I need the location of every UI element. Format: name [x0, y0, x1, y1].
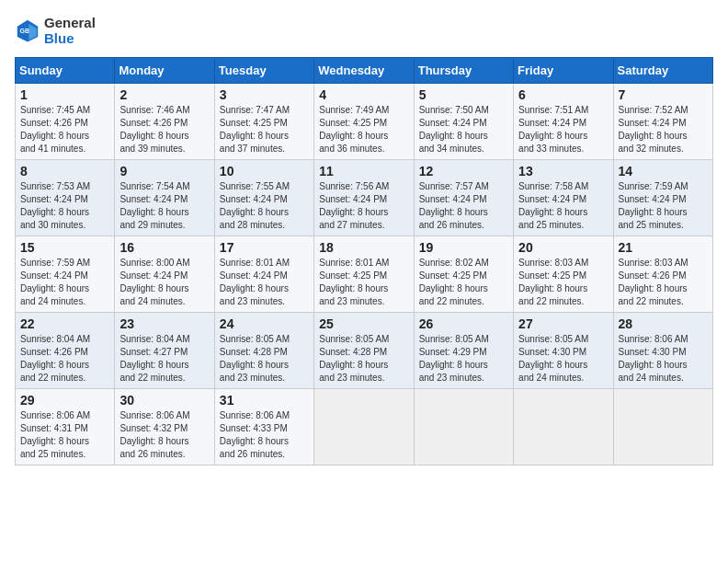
calendar-cell: 26Sunrise: 8:05 AM Sunset: 4:29 PM Dayli…	[414, 313, 513, 389]
weekday-header: Sunday	[16, 58, 115, 84]
logo: GB General Blue	[15, 15, 96, 46]
day-number: 3	[220, 87, 309, 102]
day-info: Sunrise: 7:46 AM Sunset: 4:26 PM Dayligh…	[119, 104, 209, 155]
day-info: Sunrise: 8:00 AM Sunset: 4:24 PM Dayligh…	[119, 257, 209, 308]
day-number: 10	[220, 164, 309, 178]
day-number: 2	[119, 87, 209, 102]
day-number: 18	[319, 240, 408, 255]
day-number: 7	[619, 87, 708, 102]
calendar-cell: 1Sunrise: 7:45 AM Sunset: 4:26 PM Daylig…	[16, 84, 115, 160]
logo-icon: GB	[15, 17, 40, 43]
weekday-header: Friday	[514, 58, 613, 84]
day-info: Sunrise: 8:01 AM Sunset: 4:25 PM Dayligh…	[319, 257, 408, 308]
day-info: Sunrise: 7:49 AM Sunset: 4:25 PM Dayligh…	[319, 104, 408, 155]
day-info: Sunrise: 8:06 AM Sunset: 4:33 PM Dayligh…	[220, 409, 309, 461]
day-number: 6	[518, 87, 608, 102]
day-info: Sunrise: 8:04 AM Sunset: 4:26 PM Dayligh…	[20, 333, 109, 385]
calendar-row: 15Sunrise: 7:59 AM Sunset: 4:24 PM Dayli…	[16, 236, 713, 313]
calendar-cell: 13Sunrise: 7:58 AM Sunset: 4:24 PM Dayli…	[514, 160, 613, 236]
calendar-cell: 15Sunrise: 7:59 AM Sunset: 4:24 PM Dayli…	[16, 236, 115, 313]
weekday-header: Saturday	[613, 58, 712, 84]
calendar-cell: 27Sunrise: 8:05 AM Sunset: 4:30 PM Dayli…	[514, 313, 613, 389]
day-info: Sunrise: 8:05 AM Sunset: 4:30 PM Dayligh…	[518, 333, 608, 385]
day-info: Sunrise: 7:52 AM Sunset: 4:24 PM Dayligh…	[619, 104, 708, 155]
calendar-cell: 11Sunrise: 7:56 AM Sunset: 4:24 PM Dayli…	[314, 160, 414, 236]
calendar-cell: 29Sunrise: 8:06 AM Sunset: 4:31 PM Dayli…	[16, 389, 115, 465]
calendar-row: 22Sunrise: 8:04 AM Sunset: 4:26 PM Dayli…	[16, 313, 713, 389]
day-number: 17	[220, 240, 309, 255]
calendar-cell: 5Sunrise: 7:50 AM Sunset: 4:24 PM Daylig…	[414, 84, 513, 160]
calendar-cell	[613, 389, 712, 465]
day-number: 13	[518, 164, 608, 178]
day-info: Sunrise: 8:01 AM Sunset: 4:24 PM Dayligh…	[220, 257, 309, 308]
day-info: Sunrise: 8:06 AM Sunset: 4:32 PM Dayligh…	[119, 409, 209, 461]
day-number: 14	[619, 164, 708, 178]
day-number: 31	[220, 393, 309, 408]
calendar-cell: 12Sunrise: 7:57 AM Sunset: 4:24 PM Dayli…	[414, 160, 513, 236]
calendar-cell: 3Sunrise: 7:47 AM Sunset: 4:25 PM Daylig…	[214, 84, 313, 160]
day-number: 28	[619, 316, 708, 331]
calendar-table: SundayMondayTuesdayWednesdayThursdayFrid…	[15, 57, 713, 465]
day-info: Sunrise: 8:05 AM Sunset: 4:29 PM Dayligh…	[419, 333, 508, 385]
day-info: Sunrise: 8:04 AM Sunset: 4:27 PM Dayligh…	[119, 333, 209, 385]
day-number: 4	[319, 87, 408, 102]
calendar-cell: 30Sunrise: 8:06 AM Sunset: 4:32 PM Dayli…	[115, 389, 214, 465]
page-header: GB General Blue	[15, 15, 713, 46]
day-info: Sunrise: 7:56 AM Sunset: 4:24 PM Dayligh…	[319, 180, 408, 232]
day-info: Sunrise: 7:53 AM Sunset: 4:24 PM Dayligh…	[20, 180, 109, 232]
calendar-cell: 21Sunrise: 8:03 AM Sunset: 4:26 PM Dayli…	[613, 236, 712, 313]
calendar-row: 1Sunrise: 7:45 AM Sunset: 4:26 PM Daylig…	[16, 84, 713, 160]
day-info: Sunrise: 8:05 AM Sunset: 4:28 PM Dayligh…	[220, 333, 309, 385]
day-number: 8	[20, 164, 109, 178]
day-number: 15	[20, 240, 109, 255]
calendar-cell: 24Sunrise: 8:05 AM Sunset: 4:28 PM Dayli…	[214, 313, 313, 389]
day-info: Sunrise: 8:03 AM Sunset: 4:25 PM Dayligh…	[518, 257, 608, 308]
calendar-cell: 7Sunrise: 7:52 AM Sunset: 4:24 PM Daylig…	[613, 84, 712, 160]
calendar-cell: 17Sunrise: 8:01 AM Sunset: 4:24 PM Dayli…	[214, 236, 313, 313]
calendar-cell: 10Sunrise: 7:55 AM Sunset: 4:24 PM Dayli…	[214, 160, 313, 236]
logo-text: General Blue	[44, 15, 96, 46]
calendar-cell: 2Sunrise: 7:46 AM Sunset: 4:26 PM Daylig…	[115, 84, 214, 160]
day-number: 5	[419, 87, 508, 102]
svg-text:GB: GB	[20, 28, 29, 34]
day-number: 25	[319, 316, 408, 331]
day-number: 16	[119, 240, 209, 255]
day-number: 27	[518, 316, 608, 331]
day-info: Sunrise: 7:55 AM Sunset: 4:24 PM Dayligh…	[220, 180, 309, 232]
calendar-cell	[514, 389, 613, 465]
day-info: Sunrise: 8:02 AM Sunset: 4:25 PM Dayligh…	[419, 257, 508, 308]
calendar-cell: 23Sunrise: 8:04 AM Sunset: 4:27 PM Dayli…	[115, 313, 214, 389]
day-info: Sunrise: 8:06 AM Sunset: 4:31 PM Dayligh…	[20, 409, 109, 461]
day-number: 12	[419, 164, 508, 178]
day-number: 22	[20, 316, 109, 331]
calendar-cell: 20Sunrise: 8:03 AM Sunset: 4:25 PM Dayli…	[514, 236, 613, 313]
day-number: 23	[119, 316, 209, 331]
day-info: Sunrise: 7:47 AM Sunset: 4:25 PM Dayligh…	[220, 104, 309, 155]
day-info: Sunrise: 8:05 AM Sunset: 4:28 PM Dayligh…	[319, 333, 408, 385]
calendar-cell: 25Sunrise: 8:05 AM Sunset: 4:28 PM Dayli…	[314, 313, 414, 389]
day-number: 26	[419, 316, 508, 331]
day-info: Sunrise: 7:57 AM Sunset: 4:24 PM Dayligh…	[419, 180, 508, 232]
calendar-cell: 18Sunrise: 8:01 AM Sunset: 4:25 PM Dayli…	[314, 236, 414, 313]
day-number: 11	[319, 164, 408, 178]
calendar-cell: 22Sunrise: 8:04 AM Sunset: 4:26 PM Dayli…	[16, 313, 115, 389]
day-info: Sunrise: 7:59 AM Sunset: 4:24 PM Dayligh…	[619, 180, 708, 232]
weekday-header: Monday	[115, 58, 214, 84]
weekday-header: Tuesday	[214, 58, 313, 84]
calendar-row: 29Sunrise: 8:06 AM Sunset: 4:31 PM Dayli…	[16, 389, 713, 465]
day-info: Sunrise: 8:03 AM Sunset: 4:26 PM Dayligh…	[619, 257, 708, 308]
calendar-cell	[414, 389, 513, 465]
calendar-cell: 14Sunrise: 7:59 AM Sunset: 4:24 PM Dayli…	[613, 160, 712, 236]
day-info: Sunrise: 7:59 AM Sunset: 4:24 PM Dayligh…	[20, 257, 109, 308]
weekday-header: Wednesday	[314, 58, 414, 84]
day-info: Sunrise: 8:06 AM Sunset: 4:30 PM Dayligh…	[619, 333, 708, 385]
day-info: Sunrise: 7:45 AM Sunset: 4:26 PM Dayligh…	[20, 104, 109, 155]
calendar-cell	[314, 389, 414, 465]
calendar-cell: 31Sunrise: 8:06 AM Sunset: 4:33 PM Dayli…	[214, 389, 313, 465]
day-info: Sunrise: 7:51 AM Sunset: 4:24 PM Dayligh…	[518, 104, 608, 155]
day-info: Sunrise: 7:50 AM Sunset: 4:24 PM Dayligh…	[419, 104, 508, 155]
weekday-header: Thursday	[414, 58, 513, 84]
day-number: 30	[119, 393, 209, 408]
day-number: 20	[518, 240, 608, 255]
calendar-cell: 19Sunrise: 8:02 AM Sunset: 4:25 PM Dayli…	[414, 236, 513, 313]
